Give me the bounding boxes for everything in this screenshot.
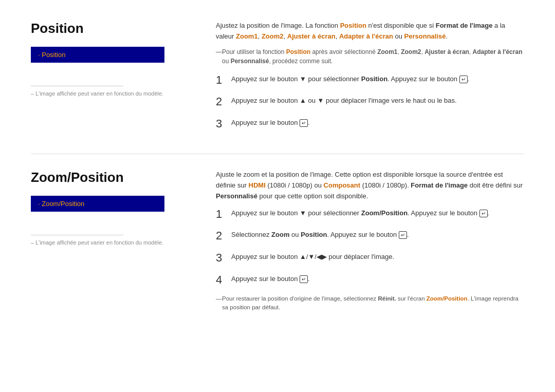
position-step-2-text: Appuyez sur le bouton ▲ ou ▼ pour déplac… [231, 95, 457, 106]
position-step-3-text: Appuyez sur le bouton ↵. [231, 117, 310, 128]
zoom-position-left: Zoom/Position · Zoom/Position – L'image … [31, 170, 195, 312]
position-step1-keyword: Position [361, 75, 387, 83]
position-note-zoom2: Zoom2 [401, 48, 421, 55]
zoom-position-title: Zoom/Position [31, 170, 195, 185]
position-menu-box: · Position [31, 47, 164, 63]
position-step-1-num: 1 [216, 73, 226, 88]
zoom-step-1-num: 1 [216, 207, 226, 222]
zoom-position-menu-box: · Zoom/Position [31, 196, 164, 212]
zoom-keyword-personnalise: Personnalisé [216, 192, 257, 200]
position-section: Position · Position – L'image affichée p… [31, 21, 524, 138]
position-step-2: 2 Appuyez sur le bouton ▲ ou ▼ pour dépl… [216, 95, 524, 109]
zoom-step-4: 4 Appuyez sur le bouton ↵. [216, 273, 524, 288]
position-keyword-position: Position [340, 22, 366, 29]
zoom-step4-enter: ↵ [300, 275, 308, 283]
zoom-step2-enter: ↵ [399, 231, 407, 239]
zoom-step-3: 3 Appuyez sur le bouton ▲/▼/◀▶ pour dépl… [216, 251, 524, 266]
zoom-position-right: Ajuste le zoom et la position de l'image… [216, 170, 524, 312]
zoom-keyword-composant: Composant [324, 181, 361, 189]
position-keyword-adapter: Adapter à l'écran [339, 32, 393, 40]
zoom-step-4-text: Appuyez sur le bouton ↵. [231, 273, 310, 285]
position-keyword-personnalise: Personnalisé [404, 32, 446, 40]
zoom-step-2-num: 2 [216, 229, 226, 244]
position-step-2-num: 2 [216, 95, 226, 109]
position-right: Ajustez la position de l'image. La fonct… [216, 21, 524, 138]
zoom-step-2-text: Sélectionnez Zoom ou Position. Appuyez s… [231, 229, 409, 240]
zoom-position-section: Zoom/Position · Zoom/Position – L'image … [31, 170, 524, 312]
position-divider [31, 86, 123, 86]
zoom-position-intro: Ajuste le zoom et la position de l'image… [216, 170, 524, 201]
zoom-step-1-text: Appuyez sur le bouton ▼ pour sélectionne… [231, 207, 489, 219]
zoom-keyword-hdmi: HDMI [249, 181, 266, 189]
zoom-step-2: 2 Sélectionnez Zoom ou Position. Appuyez… [216, 229, 524, 244]
position-step-3: 3 Appuyez sur le bouton ↵. [216, 117, 524, 132]
zoom-step2-position: Position [301, 231, 327, 238]
zoom-step-3-text: Appuyez sur le bouton ▲/▼/◀▶ pour déplac… [231, 251, 394, 263]
zoom-position-image-note: – L'image affichée peut varier en foncti… [31, 239, 195, 246]
zoom-position-menu-label: · Zoom/Position [38, 200, 84, 208]
position-keyword-format: Format de l'image [436, 22, 493, 29]
position-intro: Ajustez la position de l'image. La fonct… [216, 21, 524, 42]
position-note-adapter: Adapter à l'écran [473, 48, 523, 55]
position-step-1: 1 Appuyez sur le bouton ▼ pour sélection… [216, 73, 524, 88]
zoom-step-1: 1 Appuyez sur le bouton ▼ pour sélection… [216, 207, 524, 222]
position-steps: 1 Appuyez sur le bouton ▼ pour sélection… [216, 73, 524, 132]
position-note-position: Position [286, 48, 310, 55]
position-keyword-ajuster: Ajuster à écran [287, 32, 336, 40]
sections-divider [31, 154, 524, 154]
position-note-ajuster: Ajuster à écran [424, 48, 469, 55]
zoom-step2-zoom: Zoom [271, 231, 289, 238]
zoom-position-divider [31, 235, 123, 235]
page-container: Position · Position – L'image affichée p… [31, 21, 524, 312]
zoom-step1-enter: ↵ [479, 210, 488, 217]
zoom-reinit: Réinit. [378, 295, 396, 302]
zoom-screen-label: Zoom/Position [427, 295, 468, 302]
position-keyword-zoom1: Zoom1 [236, 32, 258, 40]
zoom-sub-note: Pour restaurer la position d'origine de … [216, 294, 524, 312]
position-keyword-zoom2: Zoom2 [262, 32, 284, 40]
position-note-personnalise: Personnalisé [231, 58, 269, 65]
zoom-position-steps: 1 Appuyez sur le bouton ▼ pour sélection… [216, 207, 524, 287]
position-step-1-text: Appuyez sur le bouton ▼ pour sélectionne… [231, 73, 469, 85]
position-step3-enter: ↵ [300, 119, 308, 127]
position-title: Position [31, 21, 195, 36]
position-step1-enter: ↵ [459, 76, 468, 83]
zoom-step-4-num: 4 [216, 273, 226, 288]
position-menu-label: · Position [38, 51, 65, 59]
position-note: Pour utiliser la fonction Position après… [216, 47, 524, 66]
position-left: Position · Position – L'image affichée p… [31, 21, 195, 138]
zoom-step-3-num: 3 [216, 251, 226, 266]
zoom-step1-keyword: Zoom/Position [361, 209, 408, 217]
position-image-note: – L'image affichée peut varier en foncti… [31, 90, 195, 97]
position-note-zoom1: Zoom1 [377, 48, 397, 55]
zoom-keyword-format: Format de l'image [411, 181, 468, 189]
position-step-3-num: 3 [216, 117, 226, 132]
